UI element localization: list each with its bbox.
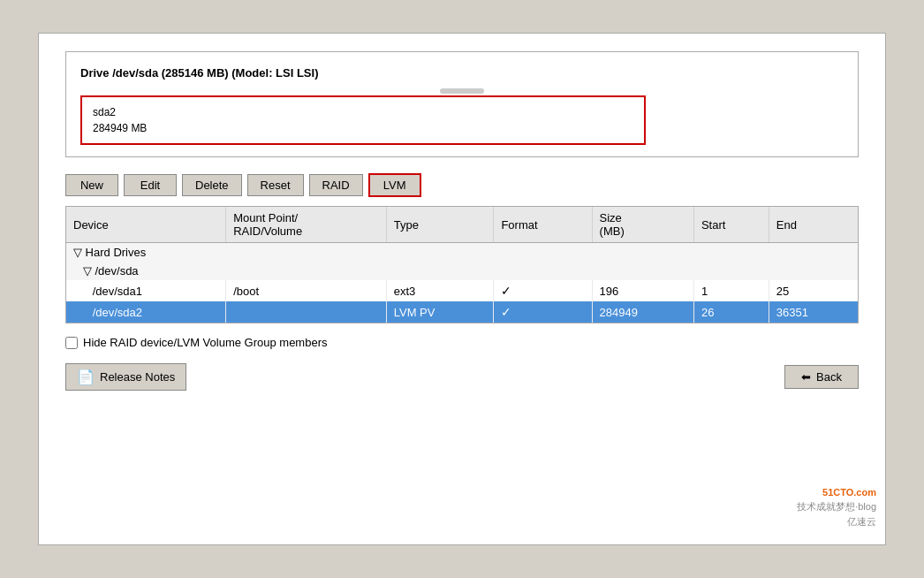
row1-device: /dev/sda1 bbox=[66, 280, 226, 301]
dev-sda-group: ▽ /dev/sda bbox=[66, 262, 858, 280]
col-size: Size(MB) bbox=[592, 207, 693, 243]
hard-drives-group: ▽ Hard Drives bbox=[66, 243, 858, 262]
reset-button[interactable]: Reset bbox=[247, 174, 304, 196]
reset-label: Reset bbox=[261, 179, 291, 192]
edit-button[interactable]: Edit bbox=[124, 174, 177, 196]
row1-type: ext3 bbox=[386, 280, 494, 301]
new-button[interactable]: New bbox=[65, 174, 118, 196]
watermark-line2: 技术成就梦想·blog bbox=[797, 499, 876, 514]
raid-button[interactable]: RAID bbox=[309, 174, 363, 196]
col-type: Type bbox=[386, 207, 494, 243]
main-container: Drive /dev/sda (285146 MB) (Model: LSI L… bbox=[38, 33, 886, 545]
row2-device: /dev/sda2 bbox=[66, 301, 226, 323]
delete-button[interactable]: Delete bbox=[182, 174, 242, 196]
triangle-down-icon-2: ▽ bbox=[83, 264, 92, 278]
table-row[interactable]: /dev/sda1 /boot ext3 ✓ 196 1 25 bbox=[66, 280, 858, 301]
release-notes-button[interactable]: 📄 Release Notes bbox=[65, 363, 186, 391]
hide-raid-label: Hide RAID device/LVM Volume Group member… bbox=[83, 336, 327, 349]
hide-raid-row: Hide RAID device/LVM Volume Group member… bbox=[65, 336, 859, 349]
lvm-label: LVM bbox=[383, 179, 406, 192]
row1-start: 1 bbox=[693, 280, 769, 301]
watermark-line3: 亿速云 bbox=[797, 514, 876, 529]
col-device: Device bbox=[66, 207, 226, 243]
hard-drives-label: ▽ Hard Drives bbox=[66, 243, 858, 262]
partition-table: Device Mount Point/RAID/Volume Type Form… bbox=[66, 207, 858, 323]
partition-table-wrapper: Device Mount Point/RAID/Volume Type Form… bbox=[65, 206, 859, 323]
triangle-down-icon: ▽ bbox=[73, 246, 82, 259]
table-header-row: Device Mount Point/RAID/Volume Type Form… bbox=[66, 207, 858, 243]
col-mount: Mount Point/RAID/Volume bbox=[226, 207, 387, 243]
bottom-bar: 📄 Release Notes ⬅ Back bbox=[65, 363, 859, 391]
partition-label: sda2 bbox=[93, 104, 633, 120]
watermark: 51CTO.com 技术成就梦想·blog 亿速云 bbox=[797, 485, 876, 529]
lvm-button[interactable]: LVM bbox=[368, 173, 421, 197]
row2-type: LVM PV bbox=[386, 301, 494, 323]
toolbar: New Edit Delete Reset RAID LVM bbox=[65, 173, 859, 197]
new-label: New bbox=[80, 179, 103, 192]
table-row[interactable]: /dev/sda2 LVM PV ✓ 284949 26 36351 bbox=[66, 301, 858, 323]
edit-label: Edit bbox=[140, 179, 160, 192]
back-label: Back bbox=[816, 370, 842, 384]
release-notes-label: Release Notes bbox=[100, 370, 175, 384]
disk-title: Drive /dev/sda (285146 MB) (Model: LSI L… bbox=[80, 66, 844, 80]
row1-size: 196 bbox=[592, 280, 693, 301]
disk-diagram-area: Drive /dev/sda (285146 MB) (Model: LSI L… bbox=[65, 51, 859, 157]
row1-end: 25 bbox=[769, 280, 858, 301]
col-end: End bbox=[769, 207, 858, 243]
partition-size: 284949 MB bbox=[93, 120, 633, 136]
row1-format: ✓ bbox=[494, 280, 592, 301]
col-start: Start bbox=[693, 207, 769, 243]
row2-start: 26 bbox=[693, 301, 769, 323]
row1-mount: /boot bbox=[226, 280, 387, 301]
hide-raid-checkbox[interactable] bbox=[65, 337, 78, 349]
back-arrow-icon: ⬅ bbox=[801, 370, 811, 384]
back-button[interactable]: ⬅ Back bbox=[784, 365, 859, 389]
watermark-line1: 51CTO.com bbox=[797, 485, 876, 500]
row2-format: ✓ bbox=[494, 301, 592, 323]
raid-label: RAID bbox=[322, 179, 350, 192]
dev-sda-label: ▽ /dev/sda bbox=[66, 262, 858, 280]
delete-label: Delete bbox=[195, 179, 229, 192]
scroll-hint-bar bbox=[440, 88, 484, 94]
row2-mount bbox=[226, 301, 387, 323]
release-notes-icon: 📄 bbox=[77, 369, 95, 385]
scroll-hint bbox=[80, 88, 844, 94]
disk-partition-box[interactable]: sda2 284949 MB bbox=[80, 95, 646, 145]
col-format: Format bbox=[494, 207, 592, 243]
row2-size: 284949 bbox=[592, 301, 693, 323]
row2-end: 36351 bbox=[769, 301, 858, 323]
